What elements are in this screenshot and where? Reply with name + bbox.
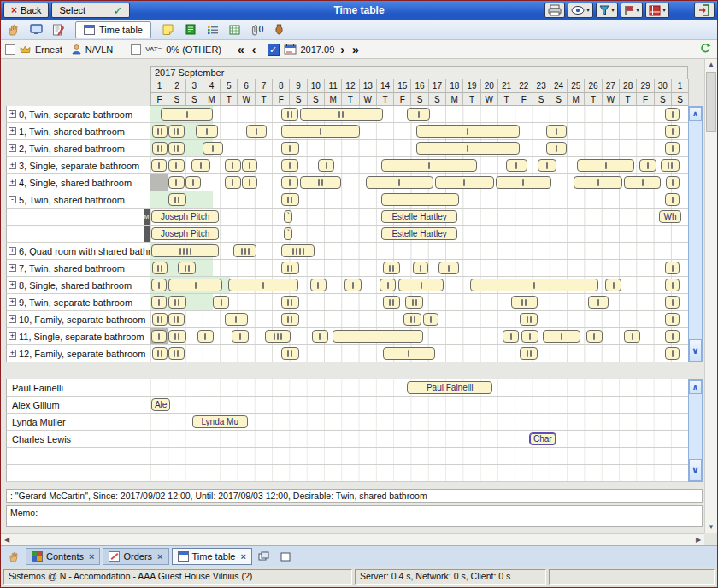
booking-bar[interactable] bbox=[233, 244, 256, 257]
guest-name-cell[interactable]: Paul Fainelli bbox=[6, 379, 150, 397]
booking-bar[interactable] bbox=[168, 159, 184, 172]
day-column-header[interactable]: 22 bbox=[515, 79, 533, 92]
booking-bar[interactable] bbox=[383, 347, 435, 360]
view-options-button[interactable]: ▾ bbox=[568, 3, 593, 18]
guest-name-cell[interactable]: Charles Lewis bbox=[6, 431, 150, 448]
booking-bar[interactable] bbox=[666, 176, 680, 189]
bottom-tab-contents[interactable]: Contents× bbox=[26, 548, 100, 565]
booking-bar[interactable] bbox=[281, 262, 298, 274]
booking-bar[interactable]: Estelle Hartley bbox=[381, 227, 457, 240]
booking-bar[interactable] bbox=[407, 108, 429, 121]
day-grid[interactable] bbox=[150, 345, 688, 362]
booking-bar[interactable] bbox=[300, 176, 342, 189]
select-button[interactable]: Select ✓ bbox=[51, 3, 130, 18]
booking-bar[interactable] bbox=[213, 296, 229, 309]
booking-bar[interactable] bbox=[546, 142, 567, 155]
day-column-header[interactable]: 14 bbox=[377, 79, 394, 92]
booking-bar[interactable] bbox=[281, 108, 297, 121]
booking-bar[interactable] bbox=[242, 159, 257, 172]
day-grid[interactable]: Lynda Mu bbox=[150, 414, 688, 431]
first-period-button[interactable]: « bbox=[236, 44, 246, 56]
day-column-header[interactable]: 1 bbox=[151, 79, 168, 92]
booking-bar[interactable]: Lynda Mu bbox=[192, 415, 248, 428]
booking-bar[interactable] bbox=[423, 313, 438, 326]
day-column-header[interactable]: 6 bbox=[238, 79, 255, 92]
booking-bar[interactable] bbox=[639, 159, 656, 172]
booking-bar[interactable] bbox=[511, 296, 537, 309]
day-grid[interactable] bbox=[150, 174, 688, 191]
day-column-header[interactable]: 16 bbox=[411, 79, 428, 92]
period-label[interactable]: 2017.09 bbox=[301, 44, 335, 55]
room-name-cell[interactable]: +12, Family, separate bathroom bbox=[6, 345, 150, 362]
attachments-button[interactable]: 0 bbox=[248, 21, 267, 38]
scroll-right-arrow[interactable]: ▶ bbox=[692, 534, 704, 545]
edit-button[interactable] bbox=[49, 21, 68, 38]
booking-bar[interactable] bbox=[520, 313, 537, 326]
booking-bar[interactable] bbox=[242, 176, 257, 189]
tab-close-icon[interactable]: × bbox=[157, 552, 162, 562]
period-checkbox[interactable]: ✓ bbox=[268, 44, 280, 56]
booking-bar[interactable] bbox=[398, 279, 444, 291]
day-grid[interactable] bbox=[150, 106, 688, 123]
booking-bar[interactable] bbox=[665, 142, 680, 155]
day-column-header[interactable]: 24 bbox=[550, 79, 568, 92]
booking-bar[interactable] bbox=[152, 125, 168, 138]
spreadsheet-button[interactable] bbox=[226, 21, 244, 38]
day-column-header[interactable]: 9 bbox=[290, 79, 307, 92]
room-name-cell[interactable]: +3, Single, separate bathroom bbox=[6, 157, 150, 174]
expander-toggle[interactable]: + bbox=[9, 162, 16, 169]
booking-bar[interactable] bbox=[300, 108, 383, 121]
booking-bar[interactable] bbox=[151, 296, 167, 309]
booking-bar[interactable] bbox=[228, 279, 297, 291]
next-period-button[interactable]: › bbox=[338, 44, 346, 56]
expander-toggle[interactable]: + bbox=[9, 315, 16, 323]
booking-bar[interactable] bbox=[151, 330, 167, 343]
booking-bar[interactable]: Estelle Hartley bbox=[381, 210, 457, 223]
day-column-header[interactable]: 2 bbox=[168, 79, 185, 92]
day-grid[interactable] bbox=[150, 123, 688, 140]
booking-bar[interactable] bbox=[225, 159, 240, 172]
filter-button[interactable]: ▾ bbox=[596, 3, 618, 18]
booking-bar[interactable]: Char bbox=[529, 432, 556, 445]
day-grid[interactable] bbox=[150, 191, 688, 209]
day-column-header[interactable]: 23 bbox=[533, 79, 550, 92]
flag-button[interactable]: ▾ bbox=[621, 3, 643, 18]
booking-bar[interactable] bbox=[577, 159, 634, 172]
booking-bar[interactable] bbox=[520, 347, 537, 360]
expander-toggle[interactable]: + bbox=[9, 298, 16, 306]
horizontal-scrollbar[interactable]: ◀ ▶ bbox=[1, 533, 704, 545]
booking-bar[interactable] bbox=[168, 125, 184, 138]
day-grid[interactable]: Joseph Pitch`Estelle Hartley bbox=[150, 226, 688, 243]
day-column-header[interactable]: 11 bbox=[325, 79, 342, 92]
day-grid[interactable]: Paul Fainelli bbox=[150, 379, 688, 397]
booking-bar[interactable] bbox=[521, 330, 538, 343]
palm-button[interactable] bbox=[4, 21, 23, 38]
palm-button-bottom[interactable] bbox=[4, 548, 23, 565]
day-grid[interactable] bbox=[150, 157, 688, 174]
booking-bar[interactable] bbox=[661, 159, 680, 172]
booking-bar[interactable] bbox=[624, 330, 640, 343]
day-column-header[interactable]: 28 bbox=[620, 79, 637, 92]
booking-bar[interactable] bbox=[168, 313, 184, 326]
booking-bar[interactable] bbox=[605, 279, 621, 291]
booking-bar[interactable] bbox=[152, 142, 168, 155]
prev-period-button[interactable]: ‹ bbox=[250, 44, 258, 56]
expander-toggle[interactable]: + bbox=[9, 332, 16, 340]
day-grid[interactable] bbox=[150, 294, 688, 311]
booking-bar[interactable] bbox=[281, 159, 297, 172]
booking-bar[interactable] bbox=[665, 193, 680, 206]
print-button[interactable] bbox=[544, 3, 565, 18]
day-column-header[interactable]: 25 bbox=[568, 79, 585, 92]
booking-bar[interactable] bbox=[588, 296, 609, 309]
booking-bar[interactable] bbox=[665, 108, 680, 121]
day-column-header[interactable]: 26 bbox=[585, 79, 602, 92]
booking-bar[interactable]: Paul Fainelli bbox=[407, 381, 491, 394]
booking-bar[interactable] bbox=[665, 330, 680, 343]
booking-bar[interactable] bbox=[586, 330, 603, 343]
booking-bar[interactable] bbox=[665, 347, 680, 360]
booking-bar[interactable] bbox=[506, 159, 527, 172]
bottom-tab-orders[interactable]: Orders× bbox=[103, 548, 168, 565]
room-name-cell[interactable]: +2, Twin, shared bathroom bbox=[6, 140, 150, 157]
day-column-header[interactable]: 12 bbox=[342, 79, 359, 92]
booking-bar[interactable] bbox=[151, 159, 167, 172]
